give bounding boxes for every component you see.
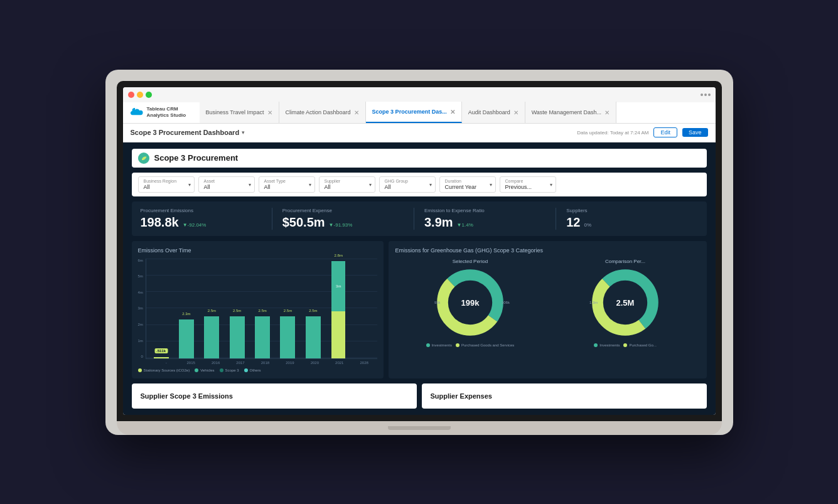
kpi-value: 198.8k [141,215,179,230]
donut-center: 199k [461,297,479,308]
bar-group: 2.5m [226,316,248,358]
tab-close-icon[interactable]: ✕ [450,109,455,115]
kpi-suppliers: Suppliers 12 0% [556,208,697,230]
donut-legend: Investments Purchased Go... [550,343,700,347]
section-title: Comparison Per... [550,259,700,264]
tabs-bar: Business Travel Impact ✕ Climate Action … [200,102,709,123]
dashboard-title-dropdown-icon[interactable]: ▾ [242,129,245,136]
x-axis: - 2015 2016 2017 2018 2019 2020 2021 202… [138,361,378,365]
tab-business-travel[interactable]: Business Travel Impact ✕ [200,102,279,123]
bar-chart-area: 6m 5m 4m 3m 2m 1m 0 [138,259,378,372]
window-title-bar [123,87,716,102]
bar-group: 2.5m [277,316,299,358]
chevron-down-icon: ▾ [188,181,191,187]
kpi-change: ▼-91.93% [329,222,353,228]
screen: Tableau CRM Analytics Studio Business Tr… [123,87,716,415]
laptop-notch [388,426,451,430]
save-button[interactable]: Save [682,128,708,137]
top-nav: Tableau CRM Analytics Studio Business Tr… [123,102,716,124]
salesforce-cloud-icon [129,107,143,117]
legend-item: Others [244,368,261,372]
donut-left-label: 1.3m [589,301,598,304]
bar-group: .511k [150,357,172,358]
tab-close-icon[interactable]: ✕ [604,109,610,116]
laptop-shell: Tableau CRM Analytics Studio Business Tr… [105,70,733,435]
bar-group-2021: 2.8m 3m [328,261,350,358]
close-button[interactable] [128,92,134,98]
kpi-change: ▼1.4% [457,222,473,228]
filter-asset[interactable]: Asset All ▾ [198,176,255,193]
toolbar-right: Data updated: Today at 7:24 AM Edit Save [577,127,707,137]
donut-chart-comparison: 2.5M 1.3m [591,268,660,337]
legend-item: Purchased Go... [623,343,656,347]
window-controls [128,92,152,98]
filter-compare[interactable]: Compare Previous... ▾ [500,176,556,193]
app-logo: Tableau CRM Analytics Studio [129,106,192,118]
chart-legend: Stationary Sources (tCO2e) Vehicles Scop… [138,368,378,372]
kpi-change: 0% [584,222,592,228]
screen-bezel: Tableau CRM Analytics Studio Business Tr… [117,81,722,421]
charts-row: Emissions Over Time 6m 5m 4m 3m 2m [132,241,707,378]
donut-center: 2.5M [616,297,635,308]
bars-container: .511k 2.3m [146,259,378,359]
section-title: Selected Period [395,259,545,264]
dashboard-content: Scope 3 Procurement Business Region All … [123,142,716,415]
bar-group: 2.5m [302,316,324,358]
tab-climate-action[interactable]: Climate Action Dashboard ✕ [279,102,366,123]
bar-group: 2.5m [251,316,273,358]
filter-supplier[interactable]: Supplier All ▾ [319,176,375,193]
data-updated-text: Data updated: Today at 7:24 AM [577,130,648,136]
legend-item: Vehicles [195,368,214,372]
minimize-button[interactable] [137,92,143,98]
chevron-down-icon: ▾ [429,181,432,187]
more-options-icon[interactable] [701,94,711,96]
chevron-down-icon: ▾ [249,181,251,187]
edit-button[interactable]: Edit [653,127,677,137]
legend-item: Scope 3 [220,368,239,372]
tab-audit[interactable]: Audit Dashboard ✕ [462,102,525,123]
chart-title: Emissions for Greenhouse Gas (GHG) Scope… [395,247,700,254]
tab-scope3-procurement[interactable]: Scope 3 Procurement Das... ✕ [366,102,462,123]
scope3-leaf-icon [138,153,149,164]
kpi-value: 3.9m [424,215,453,230]
chevron-down-icon: ▾ [550,181,552,187]
filter-ghg-group[interactable]: GHG Group All ▾ [379,176,436,193]
emissions-over-time-panel: Emissions Over Time 6m 5m 4m 3m 2m [132,241,384,378]
tab-close-icon[interactable]: ✕ [354,109,359,116]
kpi-value: $50.5m [282,215,325,230]
donut-row: Selected Period [395,259,700,347]
chevron-down-icon: ▾ [490,181,492,187]
kpi-change: ▼-92.04% [183,222,207,228]
tab-close-icon[interactable]: ✕ [267,109,272,116]
legend-item: Stationary Sources (tCO2e) [138,368,190,372]
kpi-procurement-expense: Procurement Expense $50.5m ▼-91.93% [272,208,414,230]
toolbar: Scope 3 Procurement Dashboard ▾ Data upd… [123,124,716,142]
dashboard-title: Scope 3 Procurement Dashboard [131,129,240,136]
filters-bar: Business Region All ▾ Asset All ▾ Asset … [132,173,707,196]
filter-asset-type[interactable]: Asset Type All ▾ [259,176,315,193]
app-name: Tableau CRM Analytics Studio [147,106,186,118]
chevron-down-icon: ▾ [369,181,372,187]
bar-group: 2.5m [201,316,223,358]
chevron-down-icon: ▾ [309,181,311,187]
panel-title: Supplier Expenses [431,392,492,400]
maximize-button[interactable] [146,92,152,98]
bottom-row: Supplier Scope 3 Emissions Supplier Expe… [132,383,707,409]
y-axis: 6m 5m 4m 3m 2m 1m 0 [138,259,143,359]
bar-group: 2.3m [175,319,197,358]
legend-item: Investments [426,343,452,347]
selected-period-section: Selected Period [395,259,545,347]
filter-duration[interactable]: Duration Current Year ▾ [439,176,496,193]
tab-close-icon[interactable]: ✕ [513,109,518,116]
laptop-base [117,421,722,435]
filter-business-region[interactable]: Business Region All ▾ [138,176,195,193]
donut-legend: Investments Purchased Goods and Services [395,343,545,347]
tab-waste[interactable]: Waste Management Dash... ✕ [525,102,616,123]
dashboard-header: Scope 3 Procurement [132,149,707,168]
legend-item: Investments [594,343,620,347]
supplier-expenses-panel: Supplier Expenses [422,383,707,409]
donut-left-label: 93k [434,301,441,304]
chart-title: Emissions Over Time [138,247,378,254]
page-title: Scope 3 Procurement [154,153,239,163]
kpi-value: 12 [566,215,580,230]
